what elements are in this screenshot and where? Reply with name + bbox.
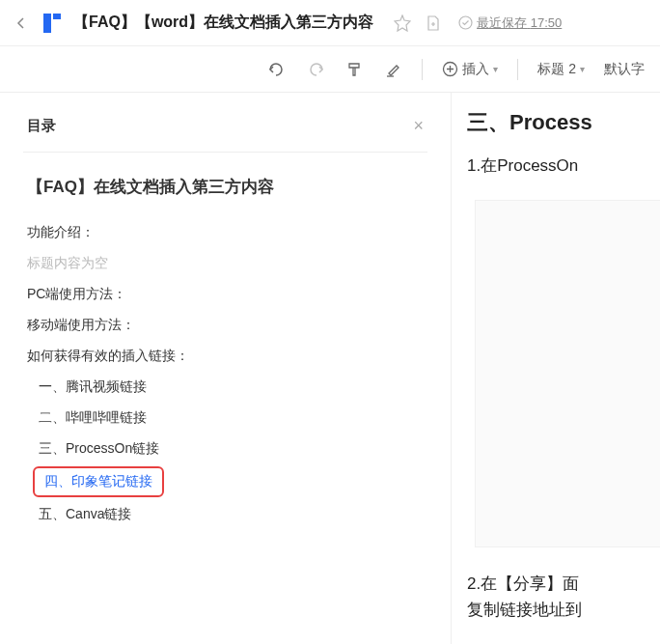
document-content[interactable]: 三、Process 1.在ProcessOn 2.在【分享】面 复制链接地址到 [452,93,660,644]
content-paragraph[interactable]: 1.在ProcessOn [467,154,660,177]
toc-item-active[interactable]: 四、印象笔记链接 [33,466,164,497]
svg-rect-0 [43,14,51,33]
insert-dropdown[interactable]: 插入 ▾ [442,61,498,78]
undo-button[interactable] [267,60,287,79]
toc-item[interactable]: 一、腾讯视频链接 [23,372,427,403]
content-paragraph[interactable]: 复制链接地址到 [467,597,660,623]
save-status-link[interactable]: 最近保存 17:50 [477,14,562,32]
save-status: 最近保存 17:50 [458,14,562,32]
toc-document-title[interactable]: 【FAQ】在线文档插入第三方内容 [23,176,427,198]
close-icon[interactable]: × [413,116,424,136]
toc-item[interactable]: 三、ProcessOn链接 [23,434,427,464]
toc-item[interactable]: 如何获得有效的插入链接： [23,341,427,372]
redo-button[interactable] [306,60,325,79]
chevron-down-icon: ▾ [493,64,498,74]
toc-header: 目录 × [23,116,427,153]
toc-item[interactable]: 二、哔哩哔哩链接 [23,403,427,434]
star-icon[interactable] [393,14,412,33]
svg-rect-1 [53,14,61,19]
svg-point-2 [459,16,472,29]
header-actions: 最近保存 17:50 [393,14,562,33]
toc-item[interactable]: 功能介绍： [23,217,427,248]
content-image-placeholder [475,200,660,547]
app-logo-icon [39,10,66,37]
app-header: 【FAQ】【word】在线文档插入第三方内容 最近保存 17:50 [0,0,660,46]
toc-item[interactable]: PC端使用方法： [23,279,427,310]
toc-title: 目录 [27,117,56,135]
format-brush-icon[interactable] [344,60,364,79]
plus-circle-icon [442,61,458,77]
toc-item[interactable]: 五、Canva链接 [23,499,427,530]
toc-list: 功能介绍： 标题内容为空 PC端使用方法： 移动端使用方法： 如何获得有效的插入… [23,217,427,530]
insert-label: 插入 [462,61,489,78]
toolbar: 插入 ▾ 标题 2 ▾ 默认字 [0,46,660,93]
new-doc-icon[interactable] [424,14,443,33]
document-title[interactable]: 【FAQ】【word】在线文档插入第三方内容 [73,13,373,33]
clear-format-icon[interactable] [383,60,402,79]
font-label: 默认字 [604,61,645,78]
body: 目录 × 【FAQ】在线文档插入第三方内容 功能介绍： 标题内容为空 PC端使用… [0,93,660,644]
heading-dropdown[interactable]: 标题 2 ▾ [537,61,585,78]
toc-item[interactable]: 移动端使用方法： [23,310,427,341]
content-paragraph[interactable]: 2.在【分享】面 [467,571,660,597]
content-heading[interactable]: 三、Process [467,108,660,137]
heading-label: 标题 2 [537,61,576,78]
toc-sidebar: 目录 × 【FAQ】在线文档插入第三方内容 功能介绍： 标题内容为空 PC端使用… [0,93,452,644]
chevron-down-icon: ▾ [580,64,585,74]
back-button[interactable] [12,16,31,30]
font-dropdown[interactable]: 默认字 [604,61,645,78]
check-circle-icon [458,15,473,30]
toc-item-empty[interactable]: 标题内容为空 [23,248,427,279]
